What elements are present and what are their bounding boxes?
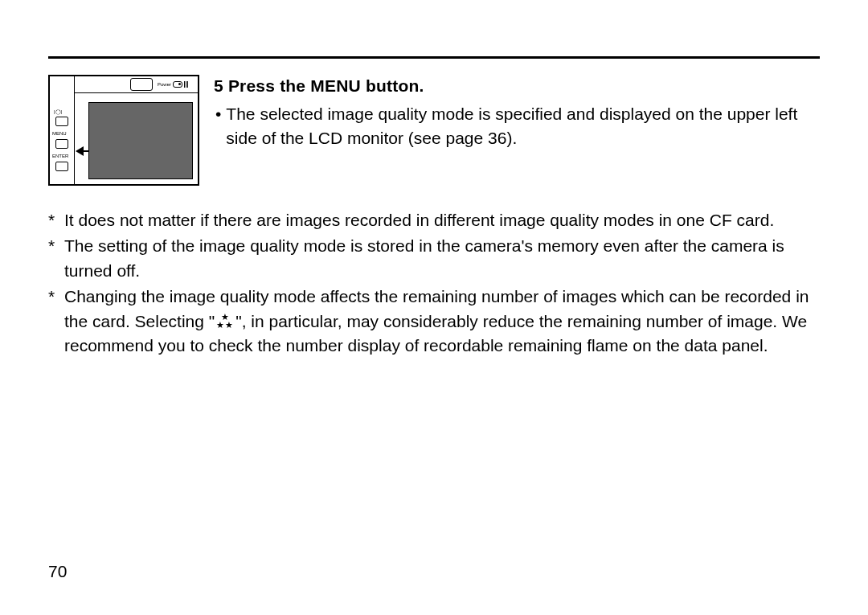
power-label-group: Power bbox=[158, 81, 188, 88]
note-text: It does not matter if there are images r… bbox=[64, 208, 820, 232]
step-number: 5 bbox=[214, 76, 223, 95]
menu-button-label: MENU bbox=[52, 131, 67, 136]
step-text-block: 5Press the MENU button. • The selected i… bbox=[214, 75, 820, 151]
power-label: Power bbox=[158, 82, 171, 87]
asterisk-icon: * bbox=[48, 208, 64, 232]
camera-illustration: Power |◯| MENU ENTER bbox=[48, 75, 199, 186]
asterisk-icon: * bbox=[48, 285, 64, 358]
step-heading: 5Press the MENU button. bbox=[214, 76, 820, 96]
note-text: The setting of the image quality mode is… bbox=[64, 234, 820, 283]
enter-button-icon bbox=[55, 162, 68, 171]
step-bullet-text: The selected image quality mode is speci… bbox=[226, 102, 820, 151]
camera-left-buttons: |◯| MENU ENTER bbox=[50, 76, 75, 184]
bullet-dot-icon: • bbox=[215, 102, 221, 151]
step-row: Power |◯| MENU ENTER bbox=[48, 75, 820, 186]
note-text: Changing the image quality mode affects … bbox=[64, 285, 820, 358]
step-bullet-line: • The selected image quality mode is spe… bbox=[214, 102, 820, 151]
lcd-screen-icon bbox=[88, 102, 193, 179]
top-rule bbox=[48, 56, 820, 59]
power-lines-icon bbox=[184, 81, 188, 88]
menu-button-icon bbox=[55, 139, 68, 149]
note-item: * It does not matter if there are images… bbox=[48, 208, 820, 232]
small-lcd-icon bbox=[130, 78, 153, 91]
asterisk-icon: * bbox=[48, 234, 64, 283]
note-item: * Changing the image quality mode affect… bbox=[48, 285, 820, 358]
step-title: Press the MENU button. bbox=[228, 76, 424, 95]
note-item: * The setting of the image quality mode … bbox=[48, 234, 820, 283]
power-switch-icon bbox=[173, 81, 182, 88]
display-button-label: |◯| bbox=[54, 109, 62, 114]
manual-page: Power |◯| MENU ENTER bbox=[0, 0, 868, 615]
page-number: 70 bbox=[48, 562, 67, 581]
notes-block: * It does not matter if there are images… bbox=[48, 208, 820, 359]
display-button-icon bbox=[55, 117, 68, 126]
enter-button-label: ENTER bbox=[52, 154, 68, 158]
super-fine-stars-icon: ★★★ bbox=[216, 314, 234, 329]
camera-top-strip: Power bbox=[74, 76, 198, 93]
